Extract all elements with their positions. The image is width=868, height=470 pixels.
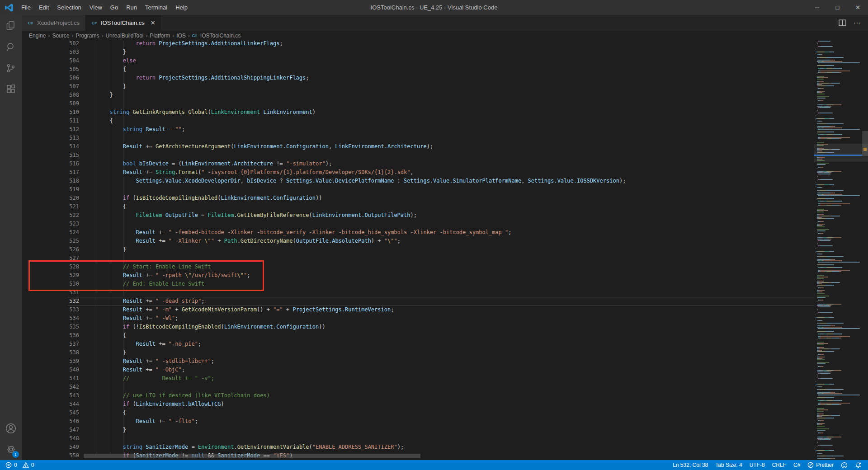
status-c#[interactable]: C#	[793, 462, 800, 468]
line-number[interactable]: 517	[22, 168, 84, 177]
line-number[interactable]: 545	[22, 409, 84, 417]
line-number[interactable]: 544	[22, 400, 84, 409]
menu-selection[interactable]: Selection	[53, 0, 85, 15]
code-line-539[interactable]: 539 Result += " -stdlib=libc++";	[22, 357, 814, 366]
line-number[interactable]: 547	[22, 426, 84, 434]
line-number[interactable]: 542	[22, 383, 84, 391]
status-bell-indicator[interactable]	[855, 462, 862, 469]
code-line-506[interactable]: 506 return ProjectSettings.AdditionalShi…	[22, 74, 814, 82]
line-number[interactable]: 516	[22, 160, 84, 168]
code-editor[interactable]: 502 return ProjectSettings.AdditionalLin…	[22, 41, 868, 460]
line-number[interactable]: 508	[22, 91, 84, 99]
minimap[interactable]	[814, 41, 862, 460]
code-line-512[interactable]: 512 string Result = "";	[22, 125, 814, 134]
line-number[interactable]: 515	[22, 151, 84, 160]
line-number[interactable]: 530	[22, 280, 84, 288]
more-actions-icon[interactable]: ⋯	[854, 19, 861, 27]
menu-edit[interactable]: Edit	[35, 0, 53, 15]
line-number[interactable]: 540	[22, 366, 84, 374]
breadcrumb-item-ios[interactable]: IOS	[175, 33, 187, 39]
code-line-510[interactable]: 510 string GetLinkArguments_Global(LinkE…	[22, 108, 814, 117]
menu-run[interactable]: Run	[122, 0, 141, 15]
breadcrumb-item-engine[interactable]: Engine	[28, 33, 47, 39]
line-number[interactable]: 523	[22, 220, 84, 228]
minimap-slider[interactable]	[814, 144, 868, 162]
code-line-504[interactable]: 504 else	[22, 56, 814, 65]
line-number[interactable]: 538	[22, 348, 84, 357]
line-number[interactable]: 546	[22, 417, 84, 426]
code-line-523[interactable]: 523	[22, 220, 814, 228]
line-number[interactable]: 518	[22, 177, 84, 185]
tab-xcodeproject-cs[interactable]: C#XcodeProject.cs	[22, 15, 85, 31]
status-prettier[interactable]: Prettier	[807, 462, 834, 468]
code-line-533[interactable]: 533 Result += " -m" + GetXcodeMinVersion…	[22, 306, 814, 314]
breadcrumb-item-unrealbuildtool[interactable]: UnrealBuildTool	[104, 33, 144, 39]
line-number[interactable]: 509	[22, 99, 84, 108]
explorer-icon[interactable]	[0, 15, 22, 36]
code-line-542[interactable]: 542	[22, 383, 814, 391]
code-line-503[interactable]: 503 }	[22, 48, 814, 56]
code-line-518[interactable]: 518 Settings.Value.XcodeDeveloperDir, bI…	[22, 177, 814, 185]
code-line-530[interactable]: 530 // End: Enable Line Swift	[22, 280, 814, 288]
line-number[interactable]: 543	[22, 391, 84, 400]
line-number[interactable]: 505	[22, 65, 84, 74]
line-number[interactable]: 511	[22, 117, 84, 125]
line-number[interactable]: 514	[22, 142, 84, 151]
close-button[interactable]: ✕	[848, 0, 868, 15]
code-line-534[interactable]: 534 Result += " -Wl";	[22, 314, 814, 323]
code-line-532[interactable]: 532 Result += " -dead_strip";	[22, 297, 814, 306]
code-line-508[interactable]: 508 }	[22, 91, 814, 99]
line-number[interactable]: 506	[22, 74, 84, 82]
line-number[interactable]: 528	[22, 263, 84, 271]
line-number[interactable]: 534	[22, 314, 84, 323]
line-number[interactable]: 502	[22, 41, 84, 48]
code-line-505[interactable]: 505 {	[22, 65, 814, 74]
tab-close-icon[interactable]: ✕	[151, 19, 156, 26]
breadcrumb-item-iostoolchain-cs[interactable]: IOSToolChain.cs	[199, 33, 241, 39]
status-ln-532-col-38[interactable]: Ln 532, Col 38	[673, 462, 708, 468]
horizontal-scrollbar[interactable]	[84, 454, 420, 458]
code-line-520[interactable]: 520 if (IsBitcodeCompilingEnabled(LinkEn…	[22, 194, 814, 202]
code-line-509[interactable]: 509	[22, 99, 814, 108]
split-editor-icon[interactable]	[839, 19, 846, 26]
code-line-521[interactable]: 521 {	[22, 202, 814, 211]
menu-view[interactable]: View	[85, 0, 106, 15]
line-number[interactable]: 535	[22, 323, 84, 331]
code-line-548[interactable]: 548	[22, 434, 814, 443]
code-line-526[interactable]: 526 }	[22, 245, 814, 254]
code-line-507[interactable]: 507 }	[22, 82, 814, 91]
status-feedback-indicator[interactable]	[841, 462, 848, 469]
source-control-icon[interactable]	[0, 57, 22, 79]
line-number[interactable]: 533	[22, 306, 84, 314]
account-icon[interactable]	[0, 418, 22, 439]
breadcrumb-item-platform[interactable]: Platform	[149, 33, 171, 39]
line-number[interactable]: 504	[22, 56, 84, 65]
line-number[interactable]: 525	[22, 237, 84, 245]
line-number[interactable]: 520	[22, 194, 84, 202]
line-number[interactable]: 536	[22, 331, 84, 340]
code-line-519[interactable]: 519	[22, 185, 814, 194]
code-line-517[interactable]: 517 Result += String.Format(" -isysroot …	[22, 168, 814, 177]
menu-file[interactable]: File	[17, 0, 35, 15]
line-number[interactable]: 527	[22, 254, 84, 263]
line-number[interactable]: 550	[22, 451, 84, 460]
code-line-525[interactable]: 525 Result += " -Xlinker \"" + Path.GetD…	[22, 237, 814, 245]
line-number[interactable]: 519	[22, 185, 84, 194]
line-number[interactable]: 541	[22, 374, 84, 383]
tab-iostoolchain-cs[interactable]: C#IOSToolChain.cs✕	[85, 15, 161, 31]
code-line-527[interactable]: 527	[22, 254, 814, 263]
line-number[interactable]: 524	[22, 228, 84, 237]
code-line-529[interactable]: 529 Result += " -rpath \"/usr/lib/swift\…	[22, 271, 814, 280]
breadcrumb-item-source[interactable]: Source	[51, 33, 70, 39]
code-line-547[interactable]: 547 }	[22, 426, 814, 434]
line-number[interactable]: 549	[22, 443, 84, 451]
code-line-522[interactable]: 522 FileItem OutputFile = FileItem.GetIt…	[22, 211, 814, 220]
code-line-513[interactable]: 513	[22, 134, 814, 142]
line-number[interactable]: 537	[22, 340, 84, 348]
menu-help[interactable]: Help	[171, 0, 192, 15]
code-line-524[interactable]: 524 Result += " -fembed-bitcode -Xlinker…	[22, 228, 814, 237]
code-line-538[interactable]: 538 }	[22, 348, 814, 357]
maximize-button[interactable]: □	[827, 0, 848, 15]
code-line-537[interactable]: 537 Result += "-no_pie";	[22, 340, 814, 348]
line-number[interactable]: 529	[22, 271, 84, 280]
